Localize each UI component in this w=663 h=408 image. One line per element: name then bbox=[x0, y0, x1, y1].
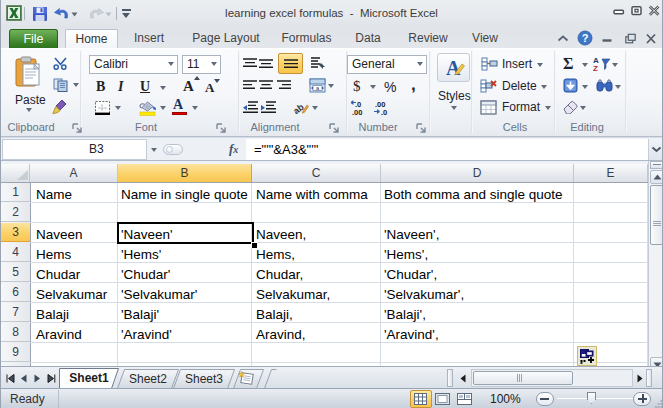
svg-text:.00: .00 bbox=[352, 108, 362, 116]
svg-text:.0: .0 bbox=[381, 108, 387, 116]
svg-text:Z: Z bbox=[593, 64, 598, 72]
svg-text:ab: ab bbox=[291, 102, 306, 116]
svg-text:?: ? bbox=[582, 32, 589, 44]
